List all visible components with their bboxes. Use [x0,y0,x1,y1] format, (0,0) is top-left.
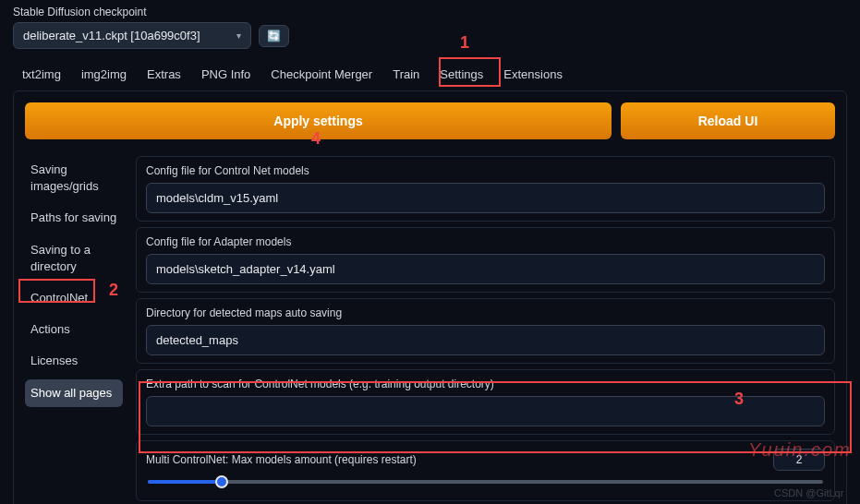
extra-path-label: Extra path to scan for ControlNet models… [146,378,825,390]
sidebar-item-actions[interactable]: Actions [25,316,123,343]
reload-ui-button[interactable]: Reload UI [621,102,835,139]
tab-txt2img[interactable]: txt2img [22,67,61,81]
setting-detected-dir: Directory for detected maps auto saving [136,298,835,364]
tab-bar: txt2img img2img Extras PNG Info Checkpoi… [0,51,860,90]
multi-cn-slider[interactable] [148,480,823,484]
tab-img2img[interactable]: img2img [81,67,127,81]
setting-multi-controlnet: Multi ControlNet: Max models amount (req… [136,440,835,501]
config-adapter-input[interactable] [146,254,825,284]
setting-config-adapter: Config file for Adapter models [136,227,835,293]
checkpoint-label: Stable Diffusion checkpoint [13,6,847,18]
detected-dir-input[interactable] [146,325,825,355]
settings-column: Config file for Control Net models Confi… [136,156,835,504]
tab-settings[interactable]: Settings [440,67,483,81]
setting-extra-path: Extra path to scan for ControlNet models… [136,369,835,435]
chevron-down-icon: ▾ [236,30,241,41]
config-cn-label: Config file for Control Net models [146,164,825,177]
sidebar-item-saving-dir[interactable]: Saving to a directory [25,236,123,281]
checkpoint-select[interactable]: deliberate_v11.ckpt [10a699c0f3] ▾ [13,22,251,49]
tab-extras[interactable]: Extras [147,67,181,81]
watermark: Yuuin.com [748,439,852,461]
sidebar-item-controlnet[interactable]: ControlNet [25,284,123,312]
sidebar-item-show-all[interactable]: Show all pages [25,379,123,407]
setting-config-cn: Config file for Control Net models [136,156,835,222]
multi-cn-label: Multi ControlNet: Max models amount (req… [146,453,417,466]
config-adapter-label: Config file for Adapter models [146,235,825,248]
settings-sidebar: Saving images/grids Paths for saving Sav… [25,156,123,504]
apply-settings-button[interactable]: Apply settings [25,102,612,139]
content-panel: Apply settings Reload UI Saving images/g… [13,90,847,504]
refresh-button[interactable]: 🔄 [259,25,289,47]
refresh-icon: 🔄 [267,30,281,42]
tab-extensions[interactable]: Extensions [503,67,563,81]
detected-dir-label: Directory for detected maps auto saving [146,306,825,319]
config-cn-input[interactable] [146,183,825,213]
sidebar-item-licenses[interactable]: Licenses [25,347,123,375]
sidebar-item-paths[interactable]: Paths for saving [25,204,123,232]
tab-train[interactable]: Train [393,67,419,81]
tab-checkpoint-merger[interactable]: Checkpoint Merger [271,67,372,81]
slider-thumb-icon[interactable] [215,475,228,488]
extra-path-input[interactable] [146,396,825,426]
sidebar-item-saving-images[interactable]: Saving images/grids [25,156,123,200]
tab-pnginfo[interactable]: PNG Info [201,67,250,81]
checkpoint-value: deliberate_v11.ckpt [10a699c0f3] [23,29,200,42]
watermark-csdn: CSDN @GitLqr [774,487,843,498]
